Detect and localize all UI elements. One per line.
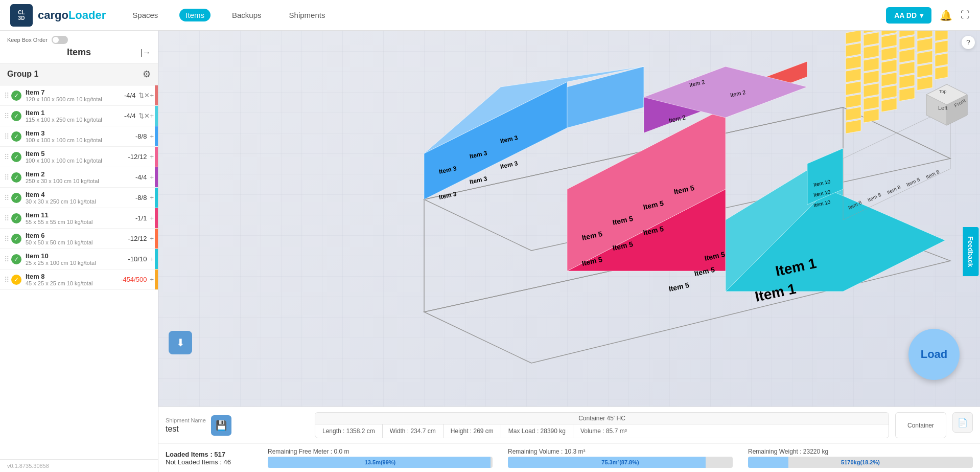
item-dims: 55 x 55 x 55 cm 10 kg/total [26, 219, 135, 225]
remaining-free-bar: 13.5m(99%) [268, 457, 493, 468]
svg-text:Left: Left [938, 105, 947, 111]
container-length: Length : 1358.2 cm [315, 424, 383, 438]
nav-cube[interactable]: Left Front Top [924, 82, 970, 128]
item-lock-icon[interactable]: ✕ [144, 92, 150, 99]
item-color-bar [155, 126, 158, 146]
sidebar-collapse-icon[interactable]: |→ [141, 48, 151, 57]
keep-box-row: Keep Box Order [7, 36, 151, 44]
viewport[interactable]: Item 1 Item 1 Item 3 Item 3 Item 3 Item … [158, 31, 980, 472]
item-count: -454/500 [121, 276, 147, 283]
item-count: -12/12 [128, 153, 147, 161]
list-item[interactable]: ⠿ ✓ Item 8 45 x 25 x 25 cm 10 kg/total -… [0, 269, 158, 290]
header-right: AA DD ▾ 🔔 ⛶ [886, 7, 970, 24]
item-check: ✓ [11, 234, 21, 244]
svg-rect-74 [935, 53, 948, 66]
item-orient-icon[interactable]: ⇅ [138, 92, 144, 99]
container-height: Height : 269 cm [444, 424, 501, 438]
container-width: Width : 234.7 cm [383, 424, 444, 438]
save-button[interactable]: 💾 [211, 415, 231, 436]
item-add-icon[interactable]: + [150, 132, 154, 140]
remaining-weight-block: Remaining Weight : 23220 kg 5170kg(18.2%… [748, 448, 973, 468]
item-info: Item 8 45 x 25 x 25 cm 10 kg/total [26, 273, 121, 286]
list-item[interactable]: ⠿ ✓ Item 5 100 x 100 x 100 cm 10 kg/tota… [0, 147, 158, 167]
user-menu-button[interactable]: AA DD ▾ [886, 7, 931, 24]
feedback-tab[interactable]: Feedback [963, 227, 979, 276]
item-info: Item 11 55 x 55 x 55 cm 10 kg/total [26, 211, 135, 225]
remaining-weight-pct: 5170kg(18.2%) [841, 459, 880, 465]
keep-box-toggle[interactable] [52, 36, 68, 44]
item-info: Item 1 115 x 100 x 250 cm 10 kg/total [26, 109, 124, 123]
notifications-icon[interactable]: 🔔 [940, 9, 952, 21]
list-item[interactable]: ⠿ ✓ Item 3 100 x 100 x 100 cm 10 kg/tota… [0, 126, 158, 147]
drag-handle: ⠿ [4, 173, 9, 182]
item-color-bar [155, 167, 158, 187]
remaining-volume-block: Remaining Volume : 10.3 m³ 75.3m³(87.8%) [508, 448, 733, 468]
item-add-icon[interactable]: + [150, 92, 154, 99]
item-count: -8/8 [135, 132, 147, 140]
remaining-free-label: Remaining Free Meter : 0.0 m [268, 448, 493, 455]
item-dims: 25 x 25 x 100 cm 10 kg/total [26, 260, 128, 266]
item-check: ✓ [11, 213, 21, 223]
nav-spaces[interactable]: Spaces [126, 9, 164, 21]
container-right-label: Container [905, 420, 936, 431]
load-button[interactable]: Load [908, 329, 960, 380]
item-info: Item 4 30 x 30 x 250 cm 10 kg/total [26, 191, 135, 205]
container-max-load: Max Load : 28390 kg [501, 424, 573, 438]
item-check: ✓ [11, 91, 21, 101]
item-name: Item 5 [26, 150, 128, 158]
item-name: Item 4 [26, 191, 135, 198]
item-name: Item 11 [26, 211, 135, 219]
item-color-bar [155, 147, 158, 167]
item-count: -8/8 [135, 194, 147, 201]
nav-backups[interactable]: Backups [226, 9, 268, 21]
item-add-icon[interactable]: + [150, 153, 154, 161]
item-add-icon[interactable]: + [150, 235, 154, 242]
shipment-name-value: test [166, 424, 206, 434]
item-add-icon[interactable]: + [150, 255, 154, 263]
item-info: Item 2 250 x 30 x 100 cm 10 kg/total [26, 170, 135, 184]
item-color-bar [155, 269, 158, 289]
item-add-icon[interactable]: + [150, 173, 154, 181]
list-item[interactable]: ⠿ ✓ Item 6 50 x 50 x 50 cm 10 kg/total -… [0, 229, 158, 249]
item-info: Item 3 100 x 100 x 100 cm 10 kg/total [26, 129, 135, 143]
list-item[interactable]: ⠿ ✓ Item 11 55 x 55 x 55 cm 10 kg/total … [0, 208, 158, 229]
item-add-icon[interactable]: + [150, 194, 154, 201]
group-title: Group 1 [7, 70, 38, 79]
item-color-bar [155, 229, 158, 249]
drag-handle: ⠿ [4, 235, 9, 243]
item-color-bar [155, 188, 158, 208]
download-button[interactable]: ⬇ [169, 331, 192, 354]
container-right: Container [895, 412, 946, 438]
drag-handle: ⠿ [4, 153, 9, 161]
pdf-button[interactable]: 📄 [952, 412, 973, 433]
list-item[interactable]: ⠿ ✓ Item 4 30 x 30 x 250 cm 10 kg/total … [0, 188, 158, 208]
item-count: -12/12 [128, 235, 147, 242]
item-lock-icon[interactable]: ✕ [144, 112, 150, 120]
item-add-icon[interactable]: + [150, 112, 154, 120]
item-color-bar [155, 106, 158, 126]
svg-rect-68 [935, 40, 948, 54]
item-dims: 250 x 30 x 100 cm 10 kg/total [26, 178, 135, 184]
list-item[interactable]: ⠿ ✓ Item 7 120 x 100 x 500 cm 10 kg/tota… [0, 85, 158, 106]
item-name: Item 3 [26, 129, 135, 137]
item-add-icon[interactable]: + [150, 214, 154, 222]
item-check: ✓ [11, 254, 21, 264]
logo: CL3D cargoLoader [10, 4, 106, 27]
sidebar-title-row: Items |→ [7, 47, 151, 58]
items-list: ⠿ ✓ Item 7 120 x 100 x 500 cm 10 kg/tota… [0, 85, 158, 459]
list-item[interactable]: ⠿ ✓ Item 2 250 x 30 x 100 cm 10 kg/total… [0, 167, 158, 188]
nav-shipments[interactable]: Shipments [283, 9, 332, 21]
drag-handle: ⠿ [4, 194, 9, 202]
remaining-volume-label: Remaining Volume : 10.3 m³ [508, 448, 733, 455]
item-orient-icon[interactable]: ⇅ [138, 112, 144, 120]
item-add-icon[interactable]: + [150, 276, 154, 283]
fullscreen-icon[interactable]: ⛶ [961, 10, 970, 20]
nav-items[interactable]: Items [179, 9, 211, 21]
drag-handle: ⠿ [4, 112, 9, 120]
item-check: ✓ [11, 275, 21, 285]
help-button[interactable]: ? [962, 36, 975, 49]
list-item[interactable]: ⠿ ✓ Item 1 115 x 100 x 250 cm 10 kg/tota… [0, 106, 158, 126]
group-settings-icon[interactable]: ⚙ [143, 69, 151, 80]
item-name: Item 2 [26, 170, 135, 178]
list-item[interactable]: ⠿ ✓ Item 10 25 x 25 x 100 cm 10 kg/total… [0, 249, 158, 269]
